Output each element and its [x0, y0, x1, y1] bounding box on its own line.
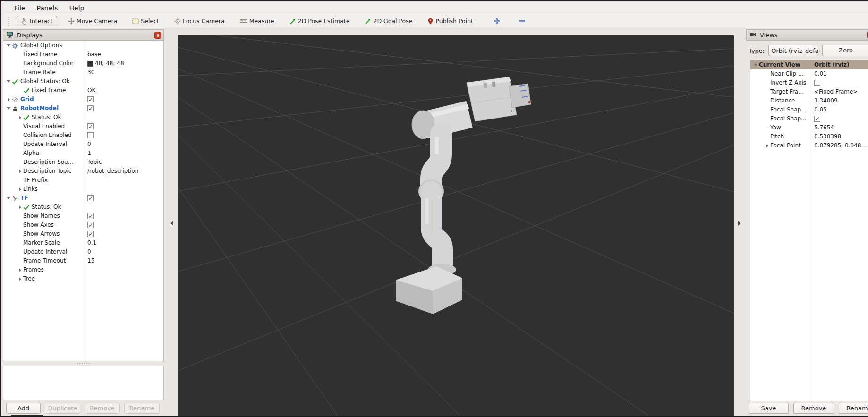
property-value[interactable]: Orbit (rviz)	[814, 60, 868, 69]
tree-row[interactable]: Focal Shap…	[750, 114, 868, 123]
expand-caret[interactable]	[17, 116, 23, 119]
property-value[interactable]: 30	[87, 68, 162, 77]
tree-row[interactable]: Pitch0.530398	[750, 132, 868, 141]
tree-row[interactable]: Target Fra…<Fixed Frame>	[750, 87, 868, 96]
add-button[interactable]: Add	[6, 403, 41, 414]
tree-row[interactable]: Frames	[3, 265, 163, 274]
checkbox[interactable]	[87, 231, 94, 237]
checkbox[interactable]	[87, 195, 94, 201]
tree-row[interactable]: Fixed Framebase	[3, 50, 163, 59]
property-value[interactable]: 1	[87, 149, 162, 158]
remove-button[interactable]: Remove	[793, 403, 834, 414]
interact-tool-button[interactable]: Interact	[17, 16, 57, 26]
checkbox[interactable]	[814, 116, 820, 122]
property-value[interactable]	[87, 131, 162, 140]
expand-caret[interactable]	[5, 80, 12, 83]
checkbox[interactable]	[87, 105, 94, 111]
tree-row[interactable]: Near Clip …0.01	[750, 69, 868, 78]
property-value[interactable]: 0.05	[814, 105, 868, 114]
property-value[interactable]	[87, 95, 162, 104]
property-value[interactable]: 5.7654	[814, 123, 868, 132]
property-value[interactable]: 15	[87, 256, 162, 265]
expand-caret[interactable]	[17, 205, 23, 209]
tree-row[interactable]: Update Interval0	[3, 140, 163, 149]
expand-caret[interactable]	[764, 144, 770, 148]
remove-tool-button[interactable]	[516, 16, 528, 26]
tree-row[interactable]: Show Arrows	[3, 230, 163, 238]
property-value[interactable]: 48; 48; 48	[87, 59, 162, 68]
collapsed-panel-tab[interactable]	[11, 415, 43, 417]
property-value[interactable]: Topic	[87, 158, 162, 167]
2d-goal-pose-tool-button[interactable]: 2D Goal Pose	[360, 16, 417, 26]
tree-row[interactable]: Alpha1	[3, 149, 163, 158]
tree-row[interactable]: Distance1.34009	[750, 96, 868, 105]
property-value[interactable]: 1.34009	[814, 96, 868, 105]
expand-caret[interactable]	[5, 98, 12, 102]
collapse-right-panel-handle[interactable]	[737, 219, 742, 228]
panel-splitter[interactable]	[3, 361, 164, 366]
expand-caret[interactable]	[5, 44, 12, 47]
property-value[interactable]: 0	[87, 140, 162, 149]
tree-row[interactable]: Update Interval0	[3, 247, 163, 256]
add-tool-button[interactable]	[491, 16, 503, 26]
property-value[interactable]	[87, 230, 162, 238]
tree-row[interactable]: RobotModel	[3, 104, 163, 113]
expand-caret[interactable]	[17, 268, 23, 272]
expand-caret[interactable]	[5, 107, 12, 110]
tree-row[interactable]: Yaw5.7654	[750, 123, 868, 132]
collapse-left-panel-handle[interactable]	[169, 219, 174, 228]
tree-row[interactable]: Tree	[3, 274, 163, 283]
property-value[interactable]	[87, 104, 162, 113]
move-camera-tool-button[interactable]: Move Camera	[64, 16, 122, 26]
property-value[interactable]	[87, 212, 162, 221]
property-value[interactable]: base	[87, 50, 162, 59]
checkbox[interactable]	[87, 222, 94, 228]
property-value[interactable]	[87, 185, 162, 194]
current-view-header-row[interactable]: Current ViewOrbit (rviz)	[750, 60, 868, 69]
tree-row[interactable]: Marker Scale0.1	[3, 238, 163, 247]
expand-caret[interactable]	[17, 277, 23, 281]
property-value[interactable]	[814, 114, 868, 123]
property-value[interactable]	[87, 176, 162, 185]
expand-caret[interactable]	[17, 187, 23, 191]
checkbox[interactable]	[87, 213, 94, 219]
tree-row[interactable]: Frame Rate30	[3, 68, 163, 77]
property-value[interactable]: 0.1	[87, 238, 162, 247]
checkbox[interactable]	[87, 132, 94, 138]
property-value[interactable]	[87, 203, 162, 212]
2d-pose-estimate-tool-button[interactable]: 2D Pose Estimate	[285, 16, 354, 26]
select-tool-button[interactable]: Select	[128, 16, 163, 26]
expand-caret[interactable]	[752, 64, 759, 66]
measure-tool-button[interactable]: Measure	[236, 16, 279, 26]
property-value[interactable]: 0	[87, 247, 162, 256]
checkbox[interactable]	[814, 80, 820, 86]
tree-row[interactable]: Description Sou…Topic	[3, 158, 163, 167]
focus-camera-tool-button[interactable]: Focus Camera	[170, 16, 229, 26]
publish-point-tool-button[interactable]: Publish Point	[423, 16, 477, 26]
tree-row[interactable]: Invert Z Axis	[750, 78, 868, 87]
tree-row[interactable]: Focal Shap…0.05	[750, 105, 868, 114]
zero-button[interactable]: Zero	[822, 45, 868, 56]
expand-caret[interactable]	[17, 170, 23, 173]
tree-row[interactable]: Frame Timeout15	[3, 256, 163, 265]
tree-row[interactable]: Focal Point0.079285; 0.048…	[750, 141, 868, 150]
property-value[interactable]: OK	[87, 86, 162, 95]
tree-row[interactable]: Global Status: Ok	[3, 77, 163, 86]
tree-row[interactable]: Global Options	[3, 41, 163, 50]
menu-panels[interactable]: Panels	[32, 3, 62, 13]
expand-caret[interactable]	[5, 197, 12, 199]
tree-row[interactable]: Status: Ok	[3, 113, 163, 122]
tree-row[interactable]: Background Color48; 48; 48	[3, 59, 163, 68]
property-value[interactable]	[87, 113, 162, 122]
render-viewport[interactable]	[178, 35, 734, 417]
tree-row[interactable]: Links	[3, 185, 163, 194]
tree-row[interactable]: Grid	[3, 95, 163, 104]
tree-row[interactable]: Description Topic/robot_description	[3, 167, 163, 176]
property-value[interactable]: <Fixed Frame>	[814, 87, 868, 96]
save-button[interactable]: Save	[749, 403, 789, 414]
checkbox[interactable]	[87, 96, 94, 102]
property-value[interactable]: 0.530398	[814, 132, 868, 141]
property-value[interactable]: 0.079285; 0.048…	[814, 141, 868, 150]
tree-row[interactable]: Show Axes	[3, 221, 163, 230]
tree-row[interactable]: Show Names	[3, 212, 163, 221]
